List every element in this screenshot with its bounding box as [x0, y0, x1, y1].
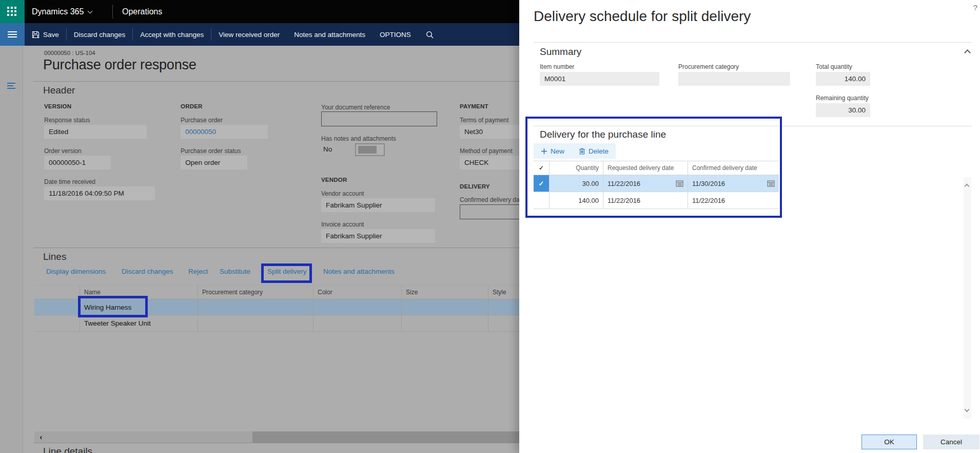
confirmed-date-value: 11/30/2016	[692, 180, 725, 187]
requested-date-cell[interactable]: 11/22/2016	[603, 175, 688, 192]
terms-of-payment-field: Net30	[460, 125, 519, 139]
confirmed-date-cell[interactable]: 11/22/2016	[688, 192, 779, 209]
purchase-order-link[interactable]: 00000050	[181, 125, 268, 139]
substitute-link[interactable]: Substitute	[220, 268, 250, 275]
procurement-category-label: Procurement category	[678, 63, 739, 70]
document-reference-input[interactable]	[321, 111, 437, 126]
app-name-menu[interactable]: Dynamics 365	[32, 0, 92, 23]
topbar-divider	[112, 5, 113, 18]
delivery-row-selected[interactable]: ✓ 30.00 11/22/2016 11/30/2016	[534, 175, 779, 192]
navigation-strip	[0, 46, 23, 453]
environment-name: Operations	[122, 0, 162, 23]
horizontal-scrollbar[interactable]: ‹	[34, 431, 519, 443]
quantity-cell[interactable]: 30.00	[549, 175, 603, 192]
app-launcher-button[interactable]	[0, 0, 25, 23]
display-dimensions-link[interactable]: Display dimensions	[46, 268, 106, 275]
order-group-label: ORDER	[181, 103, 203, 109]
group-divider	[534, 126, 972, 126]
style-column-header[interactable]: Style	[488, 286, 519, 299]
purchase-order-label: Purchase order	[181, 117, 223, 124]
requested-date-cell[interactable]: 11/22/2016	[603, 192, 688, 209]
app-window: Dynamics 365 Operations Save Discard cha…	[0, 0, 980, 453]
quantity-column-header[interactable]: Quantity	[549, 161, 603, 175]
row-selector-column-header	[34, 286, 80, 299]
discard-changes-button[interactable]: Discard changes	[67, 23, 133, 46]
line-details-section-title[interactable]: Line details	[43, 446, 92, 453]
scroll-left-arrow-icon[interactable]: ‹	[34, 431, 48, 443]
confirmed-date-cell[interactable]: 11/30/2016	[688, 175, 779, 192]
total-quantity-label: Total quantity	[816, 63, 852, 70]
help-icon[interactable]: ?	[973, 3, 977, 12]
notes-and-attachments-button[interactable]: Notes and attachments	[287, 23, 373, 46]
reject-link[interactable]: Reject	[188, 268, 208, 275]
collapse-chevron-icon[interactable]	[964, 49, 971, 56]
nav-expand-icon[interactable]	[7, 83, 15, 90]
quantity-cell[interactable]: 140.00	[549, 192, 603, 209]
order-version-label: Order version	[44, 147, 82, 155]
row-check-cell[interactable]	[534, 192, 549, 209]
lines-section-title[interactable]: Lines	[43, 251, 66, 262]
line-name-cell[interactable]: Tweeter Speaker Unit	[80, 315, 198, 331]
new-button[interactable]: New	[534, 143, 572, 159]
delivery-row[interactable]: 140.00 11/22/2016 11/22/2016	[534, 192, 779, 209]
color-column-header[interactable]: Color	[313, 286, 401, 299]
waffle-icon	[7, 7, 17, 17]
scroll-up-icon[interactable]	[965, 184, 970, 189]
order-version-field: 00000050-1	[44, 156, 111, 169]
options-menu-button[interactable]: OPTIONS	[373, 23, 418, 46]
ok-button[interactable]: OK	[861, 435, 917, 449]
row-check-icon[interactable]: ✓	[534, 175, 549, 192]
dialog-vertical-scrollbar[interactable]	[964, 177, 971, 419]
response-status-label: Response status	[44, 117, 90, 124]
search-button[interactable]	[418, 23, 441, 46]
save-button[interactable]: Save	[25, 23, 66, 46]
date-time-received-field: 11/18/2016 04:09:50 PM	[44, 186, 155, 200]
confirmed-delivery-date-input[interactable]	[460, 204, 519, 219]
top-navigation-bar: Dynamics 365 Operations	[0, 0, 519, 23]
method-of-payment-field: CHECK	[460, 156, 519, 169]
item-number-field: M0001	[540, 72, 659, 86]
size-column-header[interactable]: Size	[401, 286, 488, 299]
view-received-order-button[interactable]: View received order	[211, 23, 287, 46]
accept-with-changes-button[interactable]: Accept with changes	[133, 23, 211, 46]
lines-row[interactable]: Tweeter Speaker Unit	[34, 315, 519, 332]
app-name-label: Dynamics 365	[32, 7, 84, 16]
select-all-check-icon[interactable]: ✓	[534, 161, 549, 175]
delivery-group-label: DELIVERY	[460, 183, 490, 190]
vendor-account-field: Fabrikam Supplier	[321, 198, 435, 212]
scroll-down-icon[interactable]	[965, 407, 970, 412]
split-delivery-link[interactable]: Split delivery	[267, 268, 307, 275]
dialog-title: Delivery schedule for split delivery	[534, 8, 751, 25]
requested-date-column-header[interactable]: Requested delivery date	[603, 161, 688, 175]
purchase-order-status-field: Open order	[181, 156, 247, 169]
summary-section-title[interactable]: Summary	[540, 46, 581, 58]
dialog-divider	[534, 42, 972, 43]
command-bar: Save Discard changes Accept with changes…	[0, 23, 519, 46]
confirmed-date-column-header[interactable]: Confirmed delivery date	[688, 161, 779, 175]
version-group-label: VERSION	[44, 103, 71, 109]
horizontal-scrollbar-thumb[interactable]	[252, 431, 519, 443]
notes-and-attachments-link[interactable]: Notes and attachments	[323, 268, 395, 275]
save-button-label: Save	[43, 31, 59, 39]
category-column-header[interactable]: Procurement category	[198, 286, 313, 299]
delete-button-label: Delete	[589, 147, 609, 155]
delete-button[interactable]: Delete	[572, 143, 616, 159]
has-notes-label: Has notes and attachments	[321, 135, 396, 142]
calendar-icon[interactable]	[676, 180, 683, 187]
lines-row-selected[interactable]: Wiring Harness	[34, 299, 519, 315]
has-notes-toggle[interactable]	[355, 143, 385, 156]
name-column-header[interactable]: Name	[80, 286, 198, 299]
main-content-dimmed: Dynamics 365 Operations Save Discard cha…	[0, 0, 519, 453]
vendor-account-label: Vendor account	[321, 190, 364, 197]
line-name-cell[interactable]: Wiring Harness	[80, 299, 198, 315]
section-divider	[33, 248, 519, 248]
discard-changes-link[interactable]: Discard changes	[122, 268, 173, 275]
cancel-button[interactable]: Cancel	[923, 435, 979, 449]
header-section-title[interactable]: Header	[43, 85, 75, 96]
calendar-icon[interactable]	[767, 180, 775, 187]
hamburger-menu-button[interactable]	[0, 23, 25, 46]
plus-icon	[541, 148, 547, 155]
payment-group-label: PAYMENT	[460, 103, 488, 109]
lines-grid-header: Name Procurement category Color Size Sty…	[34, 285, 519, 299]
terms-of-payment-label: Terms of payment	[460, 117, 508, 124]
